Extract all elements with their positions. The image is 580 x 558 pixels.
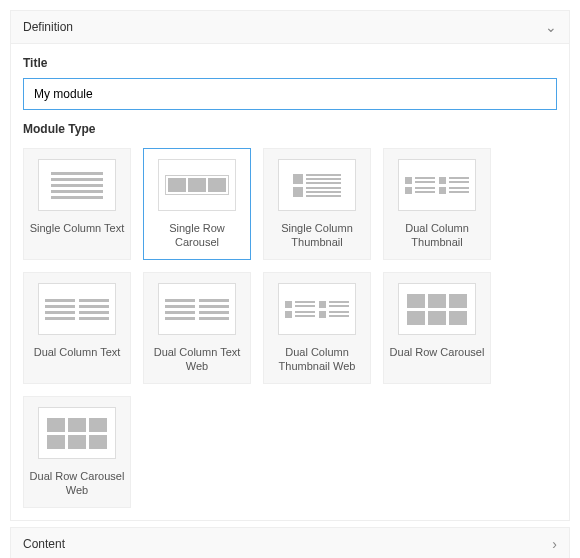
definition-label: Definition (23, 20, 73, 34)
tile-label: Single Column Text (30, 221, 125, 235)
tile-label: Single Column Thumbnail (268, 221, 366, 250)
tile-label: Dual Row Carousel Web (28, 469, 126, 498)
tile-preview-icon (278, 283, 356, 335)
tile-preview-icon (158, 159, 236, 211)
tile-preview-icon (38, 159, 116, 211)
chevron-down-icon: ⌄ (545, 19, 557, 35)
tile-preview-icon (38, 407, 116, 459)
content-label: Content (23, 537, 65, 551)
tile-label: Dual Row Carousel (390, 345, 485, 359)
tile-dual-column-text[interactable]: Dual Column Text (23, 272, 131, 384)
title-label: Title (23, 56, 557, 70)
tile-preview-icon (398, 159, 476, 211)
tile-single-column-text[interactable]: Single Column Text (23, 148, 131, 260)
tile-single-column-thumbnail[interactable]: Single Column Thumbnail (263, 148, 371, 260)
tile-label: Dual Column Text Web (148, 345, 246, 374)
definition-section: Title Module Type Single Column Text Sin… (10, 44, 570, 521)
tile-dual-column-thumbnail[interactable]: Dual Column Thumbnail (383, 148, 491, 260)
module-type-grid: Single Column Text Single Row Carousel S… (23, 148, 557, 508)
tile-preview-icon (158, 283, 236, 335)
tile-label: Dual Column Thumbnail Web (268, 345, 366, 374)
content-accordion-header[interactable]: Content › (10, 527, 570, 558)
tile-label: Single Row Carousel (148, 221, 246, 250)
tile-single-row-carousel[interactable]: Single Row Carousel (143, 148, 251, 260)
tile-preview-icon (398, 283, 476, 335)
title-input[interactable] (23, 78, 557, 110)
tile-dual-column-thumbnail-web[interactable]: Dual Column Thumbnail Web (263, 272, 371, 384)
tile-label: Dual Column Thumbnail (388, 221, 486, 250)
tile-dual-row-carousel[interactable]: Dual Row Carousel (383, 272, 491, 384)
definition-accordion-header[interactable]: Definition ⌄ (10, 10, 570, 44)
tile-dual-row-carousel-web[interactable]: Dual Row Carousel Web (23, 396, 131, 508)
module-type-label: Module Type (23, 122, 557, 136)
tile-label: Dual Column Text (34, 345, 121, 359)
tile-preview-icon (278, 159, 356, 211)
tile-preview-icon (38, 283, 116, 335)
chevron-right-icon: › (552, 536, 557, 552)
tile-dual-column-text-web[interactable]: Dual Column Text Web (143, 272, 251, 384)
